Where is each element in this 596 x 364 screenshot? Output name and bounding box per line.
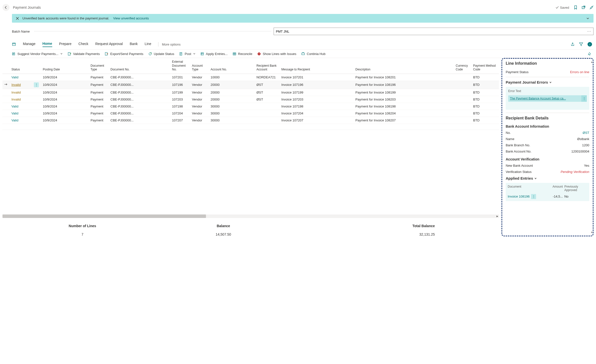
ext-doc-no-cell[interactable]: 107199 <box>171 89 191 96</box>
action-post[interactable]: Post <box>179 52 196 56</box>
posting-date-cell[interactable]: 10/9/2024 <box>41 81 89 89</box>
applied-doc-link[interactable]: Invoice 108196 <box>508 195 530 198</box>
doc-type-cell[interactable]: Payment <box>89 81 109 89</box>
error-row-menu[interactable]: ⋮ <box>581 95 587 102</box>
col-status[interactable]: Status <box>10 58 32 74</box>
payment-method-cell[interactable]: BTD <box>472 103 499 110</box>
payment-method-cell[interactable]: BTD <box>472 81 499 89</box>
col-recipient-bank[interactable]: Recipient Bank Account <box>255 58 280 74</box>
doc-type-cell[interactable]: Payment <box>89 89 109 96</box>
description-cell[interactable]: Payment for Invoice 108199 <box>354 89 454 96</box>
description-cell[interactable]: Payment for Invoice 108207 <box>354 117 454 124</box>
tab-check[interactable]: Check <box>78 42 88 47</box>
bank-no-value[interactable]: ØST <box>583 131 589 135</box>
action-update-status[interactable]: Update Status <box>148 52 174 56</box>
ext-doc-no-cell[interactable]: 107196 <box>171 81 191 89</box>
message-cell[interactable]: Invoice 107201 <box>280 74 354 81</box>
description-cell[interactable]: Payment for Invoice 108196 <box>354 81 454 89</box>
col-currency[interactable]: Currency Code <box>454 58 472 74</box>
currency-cell[interactable] <box>454 74 472 81</box>
posting-date-cell[interactable]: 10/9/2024 <box>41 89 89 96</box>
payment-method-cell[interactable]: BTD <box>472 74 499 81</box>
col-description[interactable]: Description <box>354 58 454 74</box>
doc-type-cell[interactable]: Payment <box>89 74 109 81</box>
account-no-cell[interactable]: 20000 <box>209 96 255 103</box>
action-suggest-vendor-payments[interactable]: Suggest Vendor Payments... <box>12 52 63 56</box>
doc-no-cell[interactable]: CBE-PJ00000... <box>109 117 171 124</box>
posting-date-cell[interactable]: 10/9/2024 <box>41 103 89 110</box>
description-cell[interactable]: Payment for Invoice 108204 <box>354 110 454 117</box>
payment-method-cell[interactable]: BTD <box>472 117 499 124</box>
tab-line[interactable]: Line <box>145 42 151 47</box>
account-type-cell[interactable]: Vendor <box>191 103 209 110</box>
payment-method-cell[interactable]: BTD <box>472 110 499 117</box>
applied-entries-title[interactable]: Applied Entries <box>506 176 589 180</box>
horizontal-scrollbar[interactable]: ◀ ▶ <box>2 214 499 218</box>
doc-type-cell[interactable]: Payment <box>89 96 109 103</box>
payment-method-cell[interactable]: BTD <box>472 96 499 103</box>
col-doc-type[interactable]: Document Type <box>89 58 109 74</box>
doc-no-cell[interactable]: CBE-PJ00000... <box>109 103 171 110</box>
currency-cell[interactable] <box>454 89 472 96</box>
scroll-thumb[interactable] <box>2 214 206 218</box>
table-row[interactable]: Invalid10/9/2024PaymentCBE-PJ00000...107… <box>2 89 499 96</box>
doc-no-cell[interactable]: CBE-PJ00000... <box>109 74 171 81</box>
side-vertical-scrollbar[interactable]: ▲ ▼ <box>590 61 593 234</box>
popout-icon[interactable] <box>582 5 586 9</box>
message-cell[interactable]: Invoice 107196 <box>280 81 354 89</box>
action-continia-hub[interactable]: Continia Hub <box>301 52 325 56</box>
col-payment-method[interactable]: Payment Method Code <box>472 58 499 74</box>
recipient-bank-cell[interactable] <box>255 110 280 117</box>
batch-name-input[interactable] <box>276 30 587 33</box>
error-text-link[interactable]: The Payment Balance Account Setup ca... <box>508 96 581 102</box>
bookmark-icon[interactable] <box>574 5 578 9</box>
currency-cell[interactable] <box>454 110 472 117</box>
message-cell[interactable]: Invoice 107199 <box>280 89 354 96</box>
recipient-bank-cell[interactable]: ØST <box>255 81 280 89</box>
account-no-cell[interactable]: 10000 <box>209 74 255 81</box>
posting-date-cell[interactable]: 10/9/2024 <box>41 117 89 124</box>
account-no-cell[interactable]: 30000 <box>209 117 255 124</box>
ext-doc-no-cell[interactable]: 107198 <box>171 103 191 110</box>
message-cell[interactable]: Invoice 107203 <box>280 96 354 103</box>
description-cell[interactable]: Payment for Invoice 108203 <box>354 96 454 103</box>
message-cell[interactable]: Invoice 107198 <box>280 103 354 110</box>
table-row[interactable]: Valid10/9/2024PaymentCBE-PJ00000...10719… <box>2 103 499 110</box>
info-icon[interactable]: i <box>588 42 592 47</box>
table-row[interactable]: Valid10/9/2024PaymentCBE-PJ00000...10720… <box>2 117 499 124</box>
doc-type-cell[interactable]: Payment <box>89 117 109 124</box>
ext-doc-no-cell[interactable]: 107207 <box>171 117 191 124</box>
recipient-bank-cell[interactable] <box>255 117 280 124</box>
doc-type-cell[interactable]: Payment <box>89 103 109 110</box>
recipient-bank-cell[interactable]: ØST <box>255 89 280 96</box>
payment-method-cell[interactable]: BTD <box>472 89 499 96</box>
currency-cell[interactable] <box>454 103 472 110</box>
close-icon[interactable] <box>16 17 19 20</box>
status-cell[interactable]: Invalid <box>11 91 21 94</box>
account-type-cell[interactable]: Vendor <box>191 89 209 96</box>
ext-doc-no-cell[interactable]: 107203 <box>171 96 191 103</box>
scroll-down-arrow[interactable]: ▼ <box>591 231 593 234</box>
action-apply-entries[interactable]: Apply Entries... <box>200 52 228 56</box>
payment-journal-errors-title[interactable]: Payment Journal Errors <box>506 80 589 84</box>
tab-bank[interactable]: Bank <box>130 42 138 47</box>
table-row[interactable]: Valid10/9/2024PaymentCBE-PJ00000...10720… <box>2 110 499 117</box>
account-no-cell[interactable]: 30000 <box>209 110 255 117</box>
account-no-cell[interactable]: 20000 <box>209 89 255 96</box>
tab-home[interactable]: Home <box>43 42 52 47</box>
account-type-cell[interactable]: Vendor <box>191 81 209 89</box>
col-doc-no[interactable]: Document No. <box>109 58 171 74</box>
action-export-send[interactable]: Export/Send Payments <box>105 52 143 56</box>
doc-no-cell[interactable]: CBE-PJ00000... <box>109 89 171 96</box>
recipient-bank-cell[interactable]: NORDEA721 <box>255 74 280 81</box>
tab-request-approval[interactable]: Request Approval <box>95 42 123 47</box>
applied-row-menu[interactable]: ⋮ <box>531 194 536 199</box>
status-cell[interactable]: Valid <box>11 111 18 115</box>
account-type-cell[interactable]: Vendor <box>191 117 209 124</box>
filter-icon[interactable] <box>579 42 583 46</box>
table-row-blank[interactable] <box>2 124 499 130</box>
account-type-cell[interactable]: Vendor <box>191 96 209 103</box>
ext-doc-no-cell[interactable]: 107201 <box>171 74 191 81</box>
doc-no-cell[interactable]: CBE-PJ00000... <box>109 81 171 89</box>
share-icon[interactable] <box>571 42 575 46</box>
